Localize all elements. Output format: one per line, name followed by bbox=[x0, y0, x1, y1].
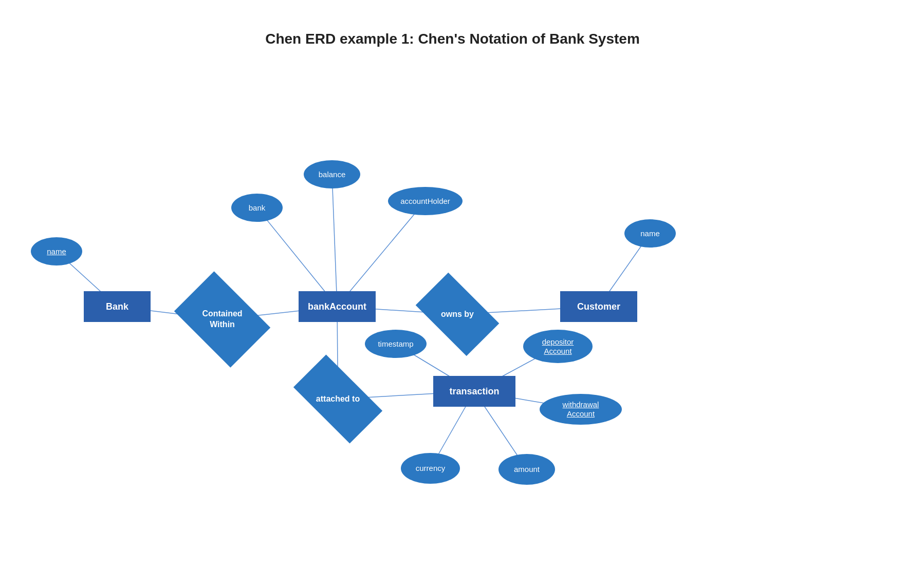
attribute-amount_attr: amount bbox=[498, 454, 555, 485]
attribute-timestamp_attr: timestamp bbox=[365, 330, 427, 358]
relationship-containedWithin: Contained Within bbox=[182, 291, 262, 348]
attribute-currency_attr: currency bbox=[401, 453, 460, 484]
svg-line-8 bbox=[332, 175, 337, 307]
attribute-bankName_attr: name bbox=[31, 237, 82, 265]
entity-customer: Customer bbox=[560, 291, 637, 322]
attribute-customerName_attr: name bbox=[624, 219, 676, 248]
attribute-depositorAccount_attr: depositor Account bbox=[523, 330, 593, 363]
entity-bank: Bank bbox=[84, 291, 151, 322]
attribute-withdrawalAccount_attr: withdrawal Account bbox=[540, 394, 622, 425]
entity-bankAccount: bankAccount bbox=[299, 291, 376, 322]
diagram-container: BankbankAccountCustomertransactionContai… bbox=[0, 58, 905, 571]
attribute-balance_attr: balance bbox=[304, 160, 360, 188]
relationship-attachedTo: attached to bbox=[298, 376, 378, 422]
attribute-accountHolder_attr: accountHolder bbox=[388, 187, 463, 215]
entity-transaction: transaction bbox=[433, 376, 515, 407]
page-title: Chen ERD example 1: Chen's Notation of B… bbox=[0, 0, 905, 58]
attribute-bank_attr: bank bbox=[231, 194, 283, 222]
relationship-ownsBy: owns by bbox=[421, 291, 493, 337]
